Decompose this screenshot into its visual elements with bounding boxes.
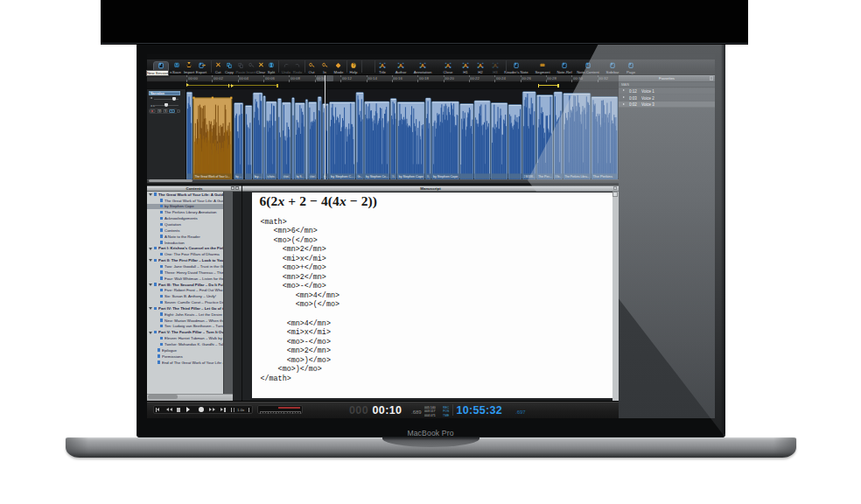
- svg-text:by...: by...: [255, 174, 262, 178]
- svg-text:1 S...: 1 S...: [392, 174, 396, 178]
- svg-text:by Stephen Cope: by Stephen Cope: [433, 174, 458, 178]
- svg-text:by Stephen C...: by Stephen C...: [331, 174, 354, 178]
- svg-text:by Stephen...: by Stephen...: [268, 174, 276, 178]
- svg-text:by Stephen C.: by Stephen C.: [284, 174, 290, 178]
- svg-text:3 S...: 3 S...: [427, 174, 430, 178]
- svg-text:by ...: by ...: [235, 174, 242, 178]
- svg-text:by Stephen Cope: by Stephen Cope: [399, 174, 424, 178]
- svg-text:Gr...: Gr...: [358, 174, 363, 178]
- svg-text:by Stephen Ce...: by Stephen Ce...: [366, 174, 388, 178]
- svg-text:The Great Work of Your Li...: The Great Work of Your Li...: [195, 174, 230, 178]
- svg-text:by S...: by S...: [297, 174, 304, 178]
- svg-text:by Stephen C: by Stephen C: [310, 174, 315, 178]
